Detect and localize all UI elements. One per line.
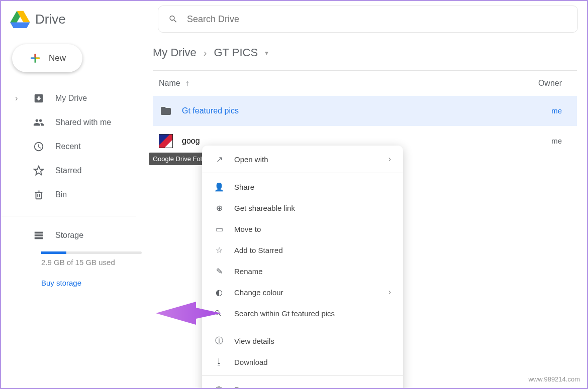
svg-rect-6 xyxy=(35,232,43,234)
ctx-share[interactable]: 👤 Share xyxy=(202,176,403,197)
search-bar[interactable] xyxy=(158,6,578,33)
storage-text: 2.9 GB of 15 GB used xyxy=(41,258,147,267)
link-icon: ⊕ xyxy=(214,203,224,213)
divider xyxy=(1,216,136,216)
new-button-label: New xyxy=(49,53,66,63)
people-icon xyxy=(33,117,44,128)
nav-label: Bin xyxy=(55,190,67,199)
nav-label: Shared with me xyxy=(55,118,111,127)
app-name: Drive xyxy=(35,12,66,27)
sidebar-item-bin[interactable]: Bin xyxy=(12,183,147,207)
chevron-right-icon: › xyxy=(388,288,391,297)
buy-storage-link[interactable]: Buy storage xyxy=(41,279,147,287)
ctx-remove[interactable]: 🗑 Remove xyxy=(202,379,403,389)
col-name[interactable]: Name ↑ xyxy=(159,79,189,88)
search-input[interactable] xyxy=(187,14,567,25)
clock-icon xyxy=(33,141,44,152)
svg-marker-9 xyxy=(156,302,221,325)
svg-rect-3 xyxy=(35,54,36,57)
move-icon: ▭ xyxy=(214,224,224,234)
sidebar: New › My Drive Shared with me Recent Sta… xyxy=(1,37,147,388)
file-name: goog xyxy=(182,137,200,146)
star-icon: ☆ xyxy=(214,245,224,255)
svg-rect-4 xyxy=(36,58,39,59)
ctx-open-with[interactable]: ↗ Open with › xyxy=(202,149,403,170)
ctx-change-colour[interactable]: ◐ Change colour › xyxy=(202,282,403,303)
chevron-right-icon: › xyxy=(388,155,391,164)
ctx-download[interactable]: ⭳ Download xyxy=(202,351,403,372)
ctx-move-to[interactable]: ▭ Move to xyxy=(202,218,403,239)
separator xyxy=(202,327,403,327)
separator xyxy=(202,375,403,376)
drive-logo-icon xyxy=(10,10,30,28)
breadcrumb: My Drive › GT PICS ▾ xyxy=(153,46,577,71)
separator xyxy=(202,173,403,173)
storage-icon xyxy=(33,230,44,241)
file-owner: me xyxy=(551,137,562,145)
image-thumbnail-icon xyxy=(159,134,173,148)
file-owner: me xyxy=(551,106,562,115)
mydrive-icon xyxy=(33,93,44,104)
col-owner[interactable]: Owner xyxy=(538,79,562,88)
sidebar-item-mydrive[interactable]: › My Drive xyxy=(12,86,147,110)
folder-icon xyxy=(159,105,173,117)
storage-progress xyxy=(41,251,142,254)
context-menu: ↗ Open with › 👤 Share ⊕ Get shareable li… xyxy=(202,146,403,389)
star-icon xyxy=(33,165,44,176)
nav-label: My Drive xyxy=(55,94,87,103)
person-add-icon: 👤 xyxy=(214,182,224,192)
chevron-right-icon: › xyxy=(15,94,22,103)
chevron-right-icon: › xyxy=(204,47,207,59)
table-row[interactable]: Gt featured pics me xyxy=(153,96,577,126)
trash-icon xyxy=(33,189,44,200)
ctx-add-starred[interactable]: ☆ Add to Starred xyxy=(202,239,403,261)
trash-icon: 🗑 xyxy=(214,385,224,389)
breadcrumb-root[interactable]: My Drive xyxy=(153,46,197,59)
file-name[interactable]: Gt featured pics xyxy=(182,106,239,115)
sidebar-item-shared[interactable]: Shared with me xyxy=(12,110,147,135)
ctx-shareable-link[interactable]: ⊕ Get shareable link xyxy=(202,197,403,218)
svg-rect-7 xyxy=(35,234,43,236)
svg-rect-5 xyxy=(31,58,34,59)
sidebar-item-storage[interactable]: Storage xyxy=(12,225,147,245)
main-area: My Drive › GT PICS ▾ Name ↑ Owner Gt fea… xyxy=(147,37,587,388)
storage-label: Storage xyxy=(55,231,83,240)
nav-label: Starred xyxy=(55,166,81,175)
sidebar-item-recent[interactable]: Recent xyxy=(12,135,147,159)
annotation-arrow-icon xyxy=(156,296,221,331)
info-icon: ⓘ xyxy=(214,336,224,346)
ctx-view-details[interactable]: ⓘ View details xyxy=(202,330,403,351)
breadcrumb-current[interactable]: GT PICS xyxy=(214,46,258,59)
svg-marker-2 xyxy=(10,23,30,28)
download-icon: ⭳ xyxy=(214,357,224,366)
nav-label: Recent xyxy=(55,142,81,151)
search-icon xyxy=(168,14,178,24)
pencil-icon: ✎ xyxy=(214,267,224,276)
ctx-search-within[interactable]: Search within Gt featured pics xyxy=(202,303,403,324)
new-button[interactable]: New xyxy=(12,44,82,72)
ctx-rename[interactable]: ✎ Rename xyxy=(202,261,403,282)
column-headers: Name ↑ Owner xyxy=(153,71,577,96)
sidebar-item-starred[interactable]: Starred xyxy=(12,159,147,183)
svg-rect-8 xyxy=(35,237,43,239)
logo-area[interactable]: Drive xyxy=(10,10,146,28)
plus-icon xyxy=(29,52,42,65)
header: Drive xyxy=(1,1,587,37)
arrow-up-icon: ↑ xyxy=(185,79,189,88)
watermark: www.989214.com xyxy=(528,375,580,383)
chevron-down-icon[interactable]: ▾ xyxy=(265,49,268,57)
open-with-icon: ↗ xyxy=(214,155,224,164)
